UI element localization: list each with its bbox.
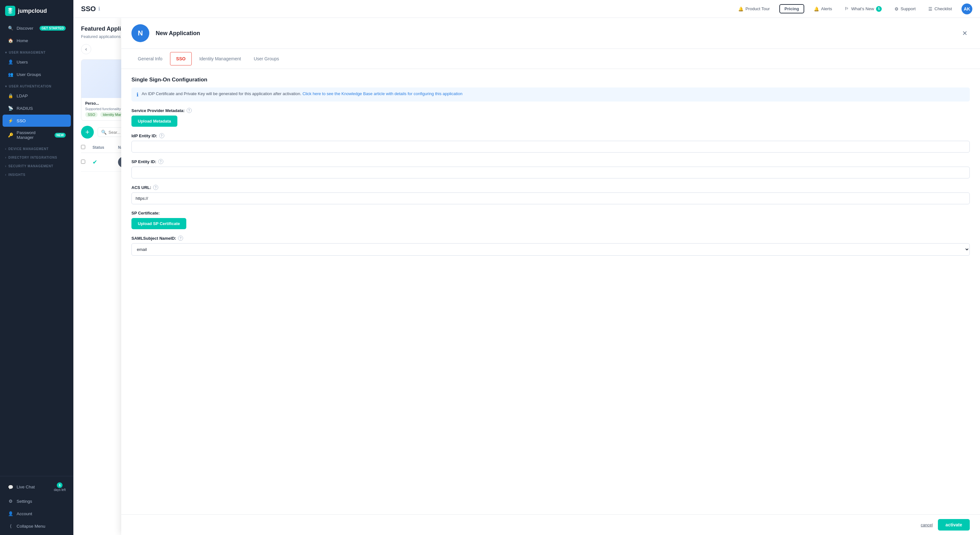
support-nav[interactable]: ⚙ Support — [891, 5, 919, 13]
section-directory-integrations[interactable]: › DIRECTORY INTEGRATIONS — [0, 152, 73, 161]
acs-url-input[interactable] — [131, 192, 970, 204]
service-provider-field-group: Service Provider Metadata: ? Upload Meta… — [131, 108, 970, 127]
sidebar-item-user-groups[interactable]: 👥 User Groups — [3, 68, 71, 80]
alerts-nav[interactable]: 🔔 Alerts — [811, 5, 835, 13]
live-chat-badge-group: 6 days left — [54, 482, 66, 492]
sidebar-item-label: SSO — [17, 118, 66, 123]
row-select-checkbox[interactable] — [81, 160, 85, 164]
pricing-label: Pricing — [784, 6, 799, 11]
info-icon[interactable]: ℹ — [98, 6, 100, 12]
info-link[interactable]: Click here to see the Knowledge Base art… — [302, 91, 463, 96]
select-all-checkbox[interactable] — [81, 145, 85, 149]
tab-user-groups[interactable]: User Groups — [247, 52, 285, 66]
sso-tabs: General Info SSO Identity Management Use… — [121, 49, 980, 69]
pricing-button[interactable]: Pricing — [780, 4, 804, 13]
prev-arrow-button[interactable]: ‹ — [81, 44, 91, 54]
sso-app-name: New Application — [156, 30, 200, 37]
sidebar-item-label: LDAP — [17, 94, 66, 98]
sidebar-item-label: Password Manager — [17, 130, 51, 140]
section-insights[interactable]: › INSIGHTS — [0, 169, 73, 178]
tab-user-groups-label: User Groups — [254, 56, 279, 61]
tab-identity-management[interactable]: Identity Management — [193, 52, 248, 66]
sidebar-item-live-chat[interactable]: 💬 Live Chat 6 days left — [3, 479, 71, 495]
sp-entity-input[interactable] — [131, 167, 970, 179]
sso-icon: ⚡ — [8, 118, 13, 123]
main-content: SSO ℹ 🔔 Product Tour Pricing 🔔 Alerts 🏳 … — [73, 0, 980, 535]
whats-new-label: What's New — [851, 6, 874, 11]
sso-config-panel: N New Application ✕ General Info SSO Ide… — [121, 18, 980, 535]
upload-sp-cert-button[interactable]: Upload SP Certificate — [131, 218, 186, 229]
sso-panel-header: N New Application ✕ — [121, 18, 980, 49]
section-arrow: › — [5, 164, 6, 168]
section-security-management[interactable]: › SECURITY MANAGEMENT — [0, 161, 73, 169]
sso-tag: SSO — [85, 112, 98, 117]
cancel-button[interactable]: cancel — [921, 522, 933, 527]
live-chat-days-label: days left — [54, 488, 66, 492]
sidebar-item-sso[interactable]: ⚡ SSO — [3, 115, 71, 127]
sp-entity-help-icon[interactable]: ? — [158, 159, 163, 164]
info-icon: ℹ — [137, 92, 138, 98]
alerts-icon: 🔔 — [814, 6, 819, 11]
upload-metadata-button[interactable]: Upload Metadata — [131, 115, 177, 127]
tab-sso[interactable]: SSO — [170, 52, 192, 65]
saml-field-group: SAMLSubject NameID: ? email username uid — [131, 236, 970, 256]
info-box-text: An IDP Certificate and Private Key will … — [142, 91, 463, 96]
sp-entity-label: SP Entity ID: ? — [131, 159, 970, 164]
whats-new-badge: 5 — [876, 6, 882, 12]
sidebar-navigation: 🔍 Discover GET STARTED 🏠 Home ▾ USER MAN… — [0, 22, 73, 476]
user-groups-icon: 👥 — [8, 72, 13, 77]
sidebar-item-users[interactable]: 👤 Users — [3, 56, 71, 68]
idp-entity-input[interactable] — [131, 141, 970, 153]
saml-nameid-select[interactable]: email username uid — [131, 243, 970, 256]
service-provider-label: Service Provider Metadata: ? — [131, 108, 970, 113]
section-user-authentication[interactable]: ▾ USER AUTHENTICATION — [0, 81, 73, 89]
sidebar-item-ldap[interactable]: 🔒 LDAP — [3, 90, 71, 102]
close-button[interactable]: ✕ — [959, 28, 970, 38]
section-arrow: ▾ — [5, 51, 7, 54]
section-label-text: USER MANAGEMENT — [9, 51, 46, 54]
jumpcloud-logo-icon — [5, 6, 15, 16]
add-application-button[interactable]: + — [81, 126, 94, 139]
idp-entity-label: IdP Entity ID: ? — [131, 133, 970, 138]
sp-cert-label: SP Certificate: — [131, 211, 970, 216]
row-status: ✔ — [92, 159, 118, 166]
section-device-management[interactable]: › DEVICE MANAGEMENT — [0, 143, 73, 152]
checklist-nav[interactable]: ☰ Checklist — [925, 5, 955, 13]
header-navigation: 🔔 Product Tour Pricing 🔔 Alerts 🏳 What's… — [735, 3, 972, 14]
user-avatar[interactable]: AK — [961, 3, 972, 14]
sidebar-item-radius[interactable]: 📡 RADIUS — [3, 102, 71, 114]
tab-sso-label: SSO — [176, 56, 186, 61]
tab-identity-management-label: Identity Management — [199, 56, 241, 61]
header-checkbox — [81, 145, 92, 150]
info-box: ℹ An IDP Certificate and Private Key wil… — [131, 88, 970, 102]
section-arrow: › — [5, 147, 6, 151]
product-tour-nav[interactable]: 🔔 Product Tour — [735, 5, 773, 13]
password-manager-icon: 🔑 — [8, 132, 13, 138]
section-arrow: › — [5, 156, 6, 159]
sp-cert-field-group: SP Certificate: Upload SP Certificate — [131, 211, 970, 229]
sidebar-item-account[interactable]: 👤 Account — [3, 508, 71, 520]
section-label-text: DEVICE MANAGEMENT — [8, 147, 48, 151]
sp-metadata-help-icon[interactable]: ? — [187, 108, 192, 113]
whats-new-nav[interactable]: 🏳 What's New 5 — [842, 4, 885, 14]
sidebar-item-discover[interactable]: 🔍 Discover GET STARTED — [3, 22, 71, 34]
sidebar-item-settings[interactable]: ⚙ Settings — [3, 495, 71, 507]
tab-general-info[interactable]: General Info — [131, 52, 169, 66]
sp-cert-label-text: SP Certificate: — [131, 211, 160, 216]
saml-help-icon[interactable]: ? — [178, 236, 183, 241]
sp-metadata-label: Service Provider Metadata: — [131, 108, 185, 113]
acs-url-label-text: ACS URL: — [131, 185, 151, 190]
checklist-icon: ☰ — [928, 6, 932, 11]
sidebar-logo[interactable]: jumpcloud — [0, 0, 73, 22]
support-icon: ⚙ — [894, 6, 899, 11]
activate-button[interactable]: activate — [938, 519, 970, 530]
sidebar-item-password-manager[interactable]: 🔑 Password Manager NEW — [3, 127, 71, 143]
acs-url-help-icon[interactable]: ? — [153, 185, 158, 190]
sidebar-item-collapse-menu[interactable]: ⟨ Collapse Menu — [3, 520, 71, 532]
section-label-text: SECURITY MANAGEMENT — [8, 164, 53, 168]
section-user-management[interactable]: ▾ USER MANAGEMENT — [0, 47, 73, 56]
idp-entity-help-icon[interactable]: ? — [159, 133, 164, 138]
whats-new-icon: 🏳 — [845, 6, 849, 11]
sidebar-item-home[interactable]: 🏠 Home — [3, 35, 71, 46]
users-icon: 👤 — [8, 59, 13, 65]
